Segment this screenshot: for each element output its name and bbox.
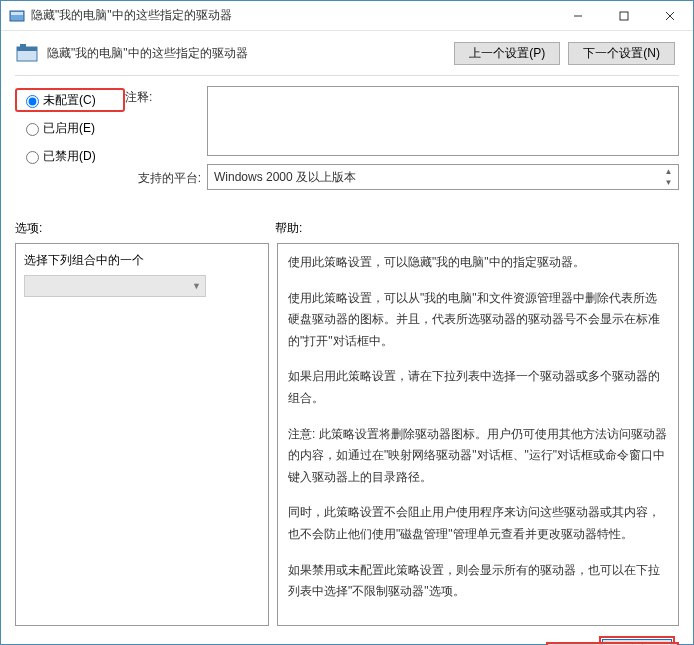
- help-p6: 如果禁用或未配置此策略设置，则会显示所有的驱动器，也可以在下拉列表中选择"不限制…: [288, 560, 668, 603]
- comment-label: 注释:: [125, 86, 207, 156]
- prev-setting-button[interactable]: 上一个设置(P): [454, 42, 560, 65]
- chevron-down-icon: ▼: [192, 281, 201, 291]
- svg-rect-8: [20, 44, 26, 47]
- svg-rect-3: [620, 12, 628, 20]
- chevron-up-icon[interactable]: ▲: [660, 166, 677, 177]
- app-icon: [9, 8, 25, 24]
- chevron-down-icon[interactable]: ▼: [660, 177, 677, 188]
- platform-field: Windows 2000 及以上版本 ▲ ▼: [207, 164, 679, 190]
- policy-editor-window: 隐藏"我的电脑"中的这些指定的驱动器 隐藏"我的电脑"中的这些指定的驱动器 上一…: [0, 0, 694, 645]
- policy-title: 隐藏"我的电脑"中的这些指定的驱动器: [47, 45, 454, 62]
- drive-combo[interactable]: ▼: [24, 275, 206, 297]
- close-button[interactable]: [647, 1, 693, 31]
- help-label: 帮助:: [275, 220, 302, 237]
- radio-disabled-label: 已禁用(D): [43, 148, 96, 165]
- help-p5: 同时，此策略设置不会阻止用户使用程序来访问这些驱动器或其内容，也不会防止他们使用…: [288, 502, 668, 545]
- options-panel: 选择下列组合中的一个 ▼: [15, 243, 269, 626]
- footer: 确定 条 头条@极速手助: [15, 626, 679, 645]
- radio-column: 未配置(C) 已启用(E) 已禁用(D): [15, 86, 125, 190]
- radio-not-configured-label: 未配置(C): [43, 92, 96, 109]
- divider: [15, 75, 679, 76]
- svg-rect-7: [17, 47, 37, 51]
- options-label: 选项:: [15, 220, 275, 237]
- config-section: 未配置(C) 已启用(E) 已禁用(D) 注释: 支持的平台:: [15, 86, 679, 190]
- svg-rect-1: [11, 12, 23, 15]
- radio-enabled[interactable]: 已启用(E): [15, 116, 125, 140]
- comment-textarea[interactable]: [207, 86, 679, 156]
- help-p3: 如果启用此策略设置，请在下拉列表中选择一个驱动器或多个驱动器的组合。: [288, 366, 668, 409]
- lower-panels: 选择下列组合中的一个 ▼ 使用此策略设置，可以隐藏"我的电脑"中的指定驱动器。 …: [15, 243, 679, 626]
- platform-label: 支持的平台:: [125, 167, 207, 187]
- window-title: 隐藏"我的电脑"中的这些指定的驱动器: [31, 7, 555, 24]
- help-p2: 使用此策略设置，可以从"我的电脑"和文件资源管理器中删除代表所选硬盘驱动器的图标…: [288, 288, 668, 353]
- header-row: 隐藏"我的电脑"中的这些指定的驱动器 上一个设置(P) 下一个设置(N): [15, 41, 679, 65]
- radio-disabled[interactable]: 已禁用(D): [15, 144, 125, 168]
- platform-spinner[interactable]: ▲ ▼: [660, 166, 677, 188]
- section-labels: 选项: 帮助:: [15, 220, 679, 237]
- help-p1: 使用此策略设置，可以隐藏"我的电脑"中的指定驱动器。: [288, 252, 668, 274]
- radio-not-configured[interactable]: 未配置(C): [15, 88, 125, 112]
- radio-enabled-label: 已启用(E): [43, 120, 95, 137]
- comment-column: 注释: 支持的平台: Windows 2000 及以上版本 ▲ ▼: [125, 86, 679, 190]
- next-setting-button[interactable]: 下一个设置(N): [568, 42, 675, 65]
- titlebar: 隐藏"我的电脑"中的这些指定的驱动器: [1, 1, 693, 31]
- help-p4: 注意: 此策略设置将删除驱动器图标。用户仍可使用其他方法访问驱动器的内容，如通过…: [288, 424, 668, 489]
- options-instruction: 选择下列组合中的一个: [24, 252, 260, 269]
- radio-enabled-input[interactable]: [26, 123, 39, 136]
- minimize-button[interactable]: [555, 1, 601, 31]
- help-panel[interactable]: 使用此策略设置，可以隐藏"我的电脑"中的指定驱动器。 使用此策略设置，可以从"我…: [277, 243, 679, 626]
- radio-disabled-input[interactable]: [26, 151, 39, 164]
- policy-icon: [15, 41, 39, 65]
- radio-not-configured-input[interactable]: [26, 95, 39, 108]
- dialog-body: 隐藏"我的电脑"中的这些指定的驱动器 上一个设置(P) 下一个设置(N) 未配置…: [1, 31, 693, 645]
- maximize-button[interactable]: [601, 1, 647, 31]
- platform-value: Windows 2000 及以上版本: [214, 169, 356, 186]
